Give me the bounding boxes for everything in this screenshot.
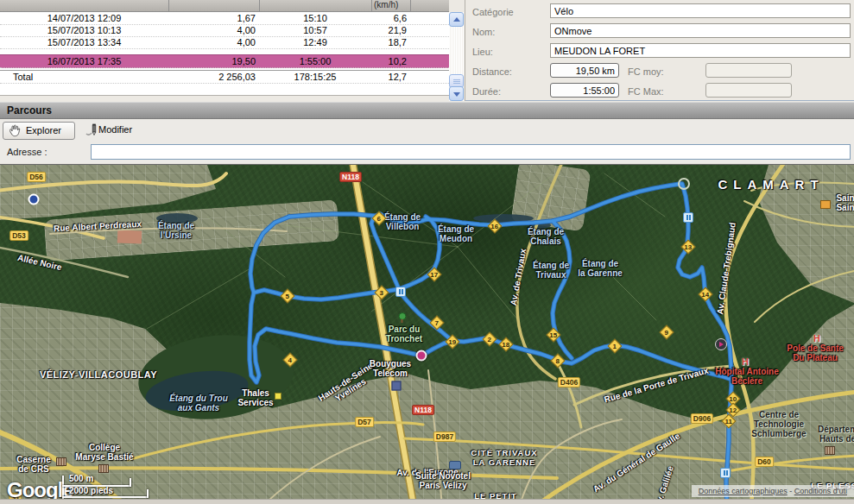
category-label: Catégorie	[472, 7, 514, 17]
speed-unit-header: (km/h)	[374, 0, 398, 9]
table-cell: 1,67	[168, 13, 256, 23]
scale-metric-label: 500 m	[69, 474, 93, 483]
table-cell: 12:49	[259, 37, 371, 47]
gps-track	[250, 289, 421, 382]
table-row[interactable]: 14/07/2013 12:091,6715:106,6	[0, 12, 449, 25]
table-cell: 16/07/2013 17:35	[0, 56, 168, 66]
pause-marker	[683, 212, 693, 223]
table-cell: 15/07/2013 13:34	[0, 37, 168, 47]
table-cell: 178:15:25	[259, 72, 371, 82]
road-badge: N118	[339, 172, 362, 182]
road-badge: D987	[433, 432, 456, 442]
table-header: (km/h)	[0, 0, 449, 12]
modifier-label: Modifier	[98, 124, 132, 135]
parcours-title: Parcours	[7, 104, 52, 117]
table-cell: 21,9	[371, 25, 407, 35]
hospital-icon: H	[742, 356, 749, 367]
table-cell: 19,50	[168, 56, 256, 66]
hospital-icon: H	[813, 333, 820, 343]
shop-icon	[392, 381, 402, 391]
roundabout-circle	[678, 178, 690, 190]
road-badge: N118	[412, 405, 434, 415]
road-badge: D906	[691, 413, 713, 424]
museum-icon	[56, 457, 66, 466]
table-row[interactable]: 15/07/2013 13:344,0012:4918,7	[0, 36, 449, 49]
road-badge: D53	[9, 230, 28, 241]
start-marker	[416, 350, 427, 362]
table-row[interactable]: 16/07/2013 17:3519,501:55:0010,2	[0, 54, 449, 68]
sessions-table: (km/h) 14/07/2013 12:091,6715:106,615/07…	[0, 0, 465, 101]
duration-label: Durée:	[472, 86, 501, 97]
pause-marker	[395, 287, 406, 297]
scroll-down-button[interactable]	[449, 86, 464, 101]
map-vector-layer	[0, 165, 854, 504]
address-row: Adresse :	[0, 142, 854, 163]
road-badge: D57	[355, 417, 374, 427]
window-bottom-strip	[0, 499, 854, 504]
map-attribution: Données cartographiques - Conditions d'u…	[692, 485, 854, 497]
table-cell: 1:55:00	[259, 56, 371, 66]
rer-icon	[28, 194, 40, 205]
address-input[interactable]	[91, 144, 851, 160]
scale-bar-imperial	[62, 496, 149, 498]
museum-icon	[825, 446, 835, 455]
table-cell: 15:10	[259, 13, 371, 23]
table-cell: 14/07/2013 12:09	[0, 13, 168, 23]
name-input[interactable]	[550, 23, 851, 38]
tree-icon	[399, 312, 407, 323]
castle-icon	[820, 200, 831, 209]
road-badge: D60	[755, 457, 774, 467]
place-label: Lieu:	[472, 47, 493, 57]
table-cell: 6,6	[371, 13, 407, 23]
table-body: 14/07/2013 12:091,6715:106,615/07/2013 1…	[0, 12, 449, 96]
poi-square-icon	[275, 393, 282, 400]
museum-icon	[98, 464, 109, 473]
direction-marker	[715, 338, 727, 350]
address-label: Adresse :	[7, 147, 47, 157]
column-separator	[371, 0, 372, 11]
category-input[interactable]	[550, 3, 851, 18]
fc-avg-input[interactable]	[705, 63, 792, 78]
app-window: (km/h) 14/07/2013 12:091,6715:106,615/07…	[0, 0, 854, 504]
fc-max-label: FC Max:	[628, 86, 664, 97]
hand-icon	[7, 124, 22, 138]
table-cell: 2 256,03	[168, 72, 256, 82]
scale-tick	[147, 489, 149, 498]
column-separator	[259, 0, 260, 11]
arrow-down-icon	[453, 92, 460, 97]
table-cell: 18,7	[371, 37, 407, 47]
table-cell: 10,2	[371, 56, 407, 66]
parcours-section-header: Parcours	[0, 102, 854, 119]
place-input[interactable]	[550, 43, 851, 58]
road-badge: D56	[27, 172, 46, 182]
duration-input[interactable]	[550, 83, 619, 98]
column-separator	[168, 0, 169, 11]
road-badge: D406	[558, 377, 580, 387]
table-cell: 4,00	[168, 25, 256, 35]
map-toolbar: Explorer Modifier	[0, 120, 854, 142]
gps-track-outline	[250, 289, 421, 382]
distance-input[interactable]	[550, 63, 619, 78]
table-cell: 15/07/2013 10:13	[0, 25, 168, 35]
pause-marker	[720, 468, 731, 478]
scale-imperial-label: 2000 pieds	[69, 486, 113, 495]
name-label: Nom:	[472, 27, 495, 37]
fc-max-input[interactable]	[705, 83, 792, 98]
attribution-link[interactable]: Conditions d'uti	[794, 487, 847, 495]
explorer-label: Explorer	[26, 125, 61, 135]
table-cell: Total	[13, 72, 168, 82]
map-canvas[interactable]: CLAMARTVÉLIZY-VILLACOUBLAYCITÉ TRIVAUXLA…	[0, 164, 854, 504]
table-row[interactable]: 15/07/2013 10:134,0010:5721,9	[0, 24, 449, 37]
scale-tick	[130, 478, 131, 487]
table-cell: 12,7	[371, 72, 407, 82]
table-scrollbar[interactable]	[449, 12, 464, 101]
attribution-link[interactable]: Données cartographiques	[699, 487, 788, 495]
scroll-up-button[interactable]	[449, 12, 464, 27]
arrow-up-icon	[453, 17, 460, 22]
distance-label: Distance:	[472, 66, 512, 77]
bed-icon	[449, 461, 461, 469]
explorer-button[interactable]: Explorer	[3, 122, 75, 140]
table-cell: 10:57	[259, 25, 371, 35]
modifier-button[interactable]: Modifier	[81, 122, 145, 140]
table-cell: 4,00	[168, 37, 256, 47]
